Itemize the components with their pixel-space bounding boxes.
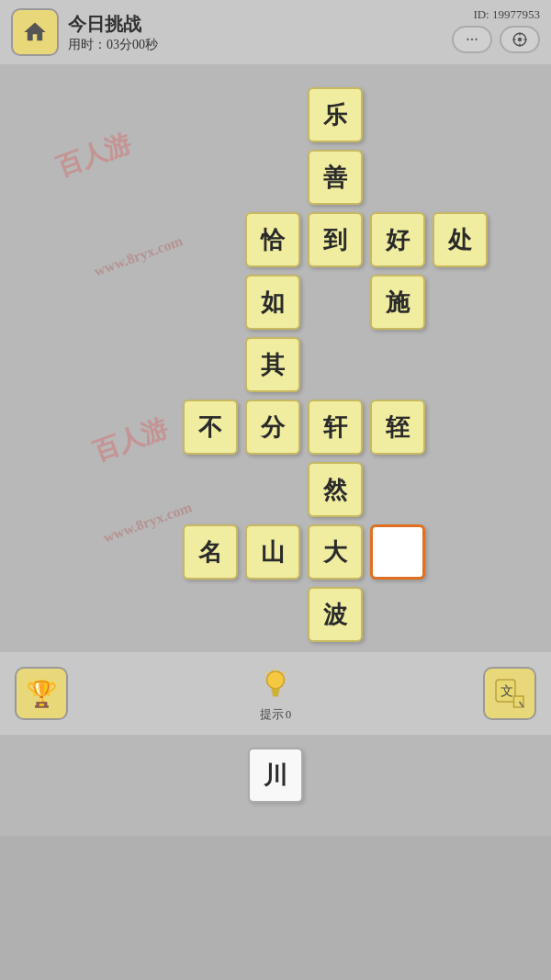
timer-value: 03分00秒 xyxy=(107,38,158,51)
translate-button[interactable]: 文 xyxy=(483,667,536,720)
tile-bo[interactable]: 波 xyxy=(308,587,363,642)
trophy-icon: 🏆 xyxy=(26,679,58,709)
svg-line-11 xyxy=(266,672,268,674)
more-button[interactable]: ··· xyxy=(452,26,492,53)
tile-fen[interactable]: 分 xyxy=(245,400,300,455)
header: 今日挑战 用时：03分00秒 ID: 19977953 ··· xyxy=(0,0,551,64)
svg-rect-7 xyxy=(271,689,280,692)
hint-count: 0 xyxy=(286,707,292,722)
header-buttons: ··· xyxy=(452,26,540,53)
timer-label: 用时： xyxy=(68,38,107,51)
svg-text:文: 文 xyxy=(500,684,513,698)
game-area: 百人游 www.8ryx.com 百人游 www.8ryx.com 乐 善 恰 … xyxy=(0,64,551,652)
tile-grid: 乐 善 恰 到 好 处 如 施 其 不 分 轩 轾 然 名 山 大 波 xyxy=(129,87,422,629)
tile-xuan[interactable]: 轩 xyxy=(308,400,363,455)
svg-point-1 xyxy=(518,38,523,42)
svg-rect-9 xyxy=(273,694,278,696)
input-tile-chuan[interactable]: 川 xyxy=(248,748,303,803)
tile-shan[interactable]: 善 xyxy=(308,150,363,205)
tile-hao[interactable]: 好 xyxy=(370,212,425,267)
bottom-bar: 🏆 提示 0 文 xyxy=(0,652,551,735)
hint-button[interactable]: 提示 0 xyxy=(255,664,296,723)
input-tile-char: 川 xyxy=(264,760,287,792)
timer-display: 用时：03分00秒 xyxy=(68,37,158,53)
tile-zhi[interactable]: 轾 xyxy=(370,400,425,455)
translate-icon: 文 xyxy=(493,677,526,710)
tile-qia[interactable]: 恰 xyxy=(245,212,300,267)
lightbulb-icon xyxy=(258,667,293,702)
input-area: 川 xyxy=(0,735,551,836)
header-right: ID: 19977953 ··· xyxy=(452,7,540,53)
svg-point-6 xyxy=(267,671,285,689)
tile-qi[interactable]: 其 xyxy=(245,337,300,392)
target-icon xyxy=(512,31,528,48)
target-button[interactable] xyxy=(500,26,540,53)
home-button[interactable] xyxy=(11,8,59,56)
tile-ming[interactable]: 名 xyxy=(183,524,238,580)
svg-line-12 xyxy=(283,672,285,674)
tile-da[interactable]: 大 xyxy=(308,524,363,580)
tile-ru[interactable]: 如 xyxy=(245,275,300,330)
title-area: 今日挑战 用时：03分00秒 xyxy=(68,12,158,53)
tile-shi[interactable]: 施 xyxy=(370,275,425,330)
tile-ran[interactable]: 然 xyxy=(308,462,363,517)
game-title: 今日挑战 xyxy=(68,12,158,37)
tile-le[interactable]: 乐 xyxy=(308,87,363,142)
hint-label: 提示 0 xyxy=(260,706,292,723)
tile-empty[interactable] xyxy=(370,524,425,580)
tile-chu[interactable]: 处 xyxy=(433,212,488,267)
tile-shan2[interactable]: 山 xyxy=(245,524,300,580)
trophy-button[interactable]: 🏆 xyxy=(15,667,68,720)
home-icon xyxy=(22,19,48,45)
hint-icon xyxy=(255,664,296,704)
game-id: ID: 19977953 xyxy=(473,7,540,22)
hint-text: 提示 xyxy=(260,706,284,723)
watermark-1: 百人游 xyxy=(51,126,136,185)
tile-dao[interactable]: 到 xyxy=(308,212,363,267)
svg-rect-8 xyxy=(272,692,279,694)
tile-bu[interactable]: 不 xyxy=(183,400,238,455)
